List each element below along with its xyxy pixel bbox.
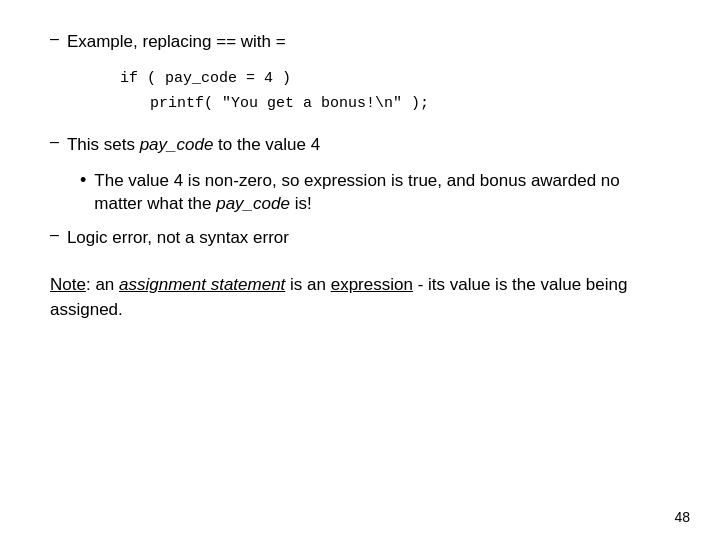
dash-3: –: [50, 226, 59, 244]
code-block: if ( pay_code = 4 ) printf( "You get a b…: [90, 66, 670, 117]
example-text-after: with =: [241, 32, 286, 51]
sub-text-before: The value 4 is non-zero, so expression i…: [94, 171, 619, 214]
pay-code-italic-1: pay_code: [140, 135, 214, 154]
bullet-sets: – This sets pay_code to the value 4: [50, 133, 670, 157]
expression-underline: expression: [331, 275, 413, 294]
assignment-statement-italic: assignment statement: [119, 275, 285, 294]
code-line-2: printf( "You get a bonus!\n" );: [90, 91, 670, 117]
code-line-1: if ( pay_code = 4 ): [90, 66, 670, 92]
bullet-example: – Example, replacing == with =: [50, 30, 670, 54]
page-number: 48: [674, 509, 690, 525]
note-label: Note: [50, 275, 86, 294]
example-text-before: Example, replacing ==: [67, 32, 241, 51]
dash-1: –: [50, 30, 59, 48]
note-text-middle: is an: [285, 275, 330, 294]
bullet-example-text: Example, replacing == with =: [67, 30, 286, 54]
bullet-sets-text: This sets pay_code to the value 4: [67, 133, 320, 157]
bullet-logic-error: – Logic error, not a syntax error: [50, 226, 670, 250]
note-text-before: an: [91, 275, 119, 294]
pay-code-italic-2: pay_code: [216, 194, 290, 213]
bullet-sub-text: The value 4 is non-zero, so expression i…: [94, 169, 670, 217]
dash-2: –: [50, 133, 59, 151]
bullet-sub-nonzero: • The value 4 is non-zero, so expression…: [80, 169, 670, 217]
note-section: Note: an assignment statement is an expr…: [50, 272, 670, 323]
dot-1: •: [80, 169, 86, 192]
logic-error-text: Logic error, not a syntax error: [67, 226, 289, 250]
sub-text-after: is!: [290, 194, 312, 213]
slide-content: – Example, replacing == with = if ( pay_…: [0, 0, 720, 343]
sets-text-after: to the value 4: [213, 135, 320, 154]
sets-text-before: This sets: [67, 135, 140, 154]
note-paragraph: Note: an assignment statement is an expr…: [50, 272, 670, 323]
